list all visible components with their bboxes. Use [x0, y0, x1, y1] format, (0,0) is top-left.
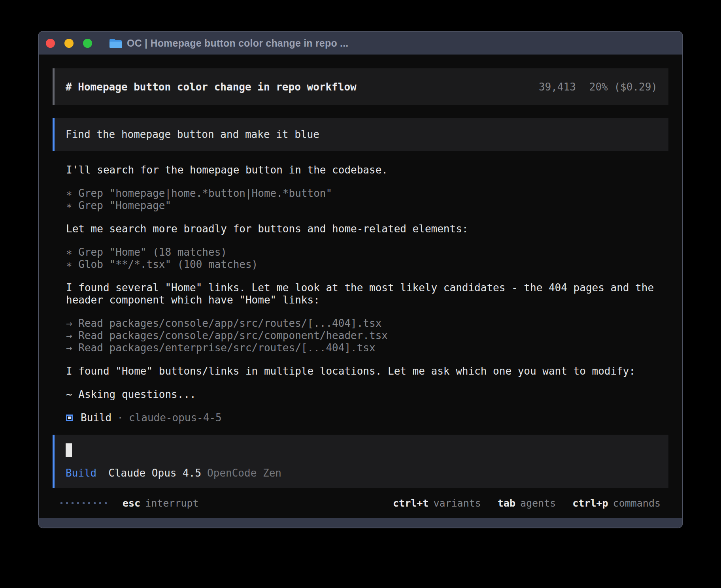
token-count: 39,413 [539, 81, 576, 93]
agent-build-icon [66, 415, 73, 421]
agent-model: claude-opus-4-5 [129, 412, 222, 424]
session-header: # Homepage button color change in repo w… [53, 68, 668, 105]
assistant-text: I found "Home" buttons/links in multiple… [66, 365, 655, 377]
agent-separator: · [117, 412, 123, 424]
window-bottom-strip [39, 518, 682, 528]
working-dot [72, 502, 74, 504]
context-usage: 20% ($0.29) [589, 81, 657, 93]
session-title: # Homepage button color change in repo w… [66, 81, 357, 93]
working-dot [77, 502, 79, 504]
input-meta-row: Build Claude Opus 4.5 OpenCode Zen [66, 467, 657, 479]
working-dot [66, 502, 68, 504]
tool-call-read: → Read packages/console/app/src/routes/[… [66, 317, 655, 330]
session-content: # Homepage button color change in repo w… [39, 55, 682, 518]
terminal-window: OC | Homepage button color change in rep… [38, 31, 683, 528]
tool-call-grep: ∗ Grep "Home" (18 matches) [66, 246, 655, 258]
hint-variants: ctrl+t variants [393, 498, 481, 509]
hint-interrupt: esc interrupt [123, 498, 199, 509]
working-dot [99, 502, 101, 504]
assistant-text: I found several "Home" links. Let me loo… [66, 282, 655, 306]
hint-label-interrupt: interrupt [145, 498, 198, 509]
working-dot [105, 502, 107, 504]
text-cursor [66, 443, 72, 457]
tool-call-grep: ∗ Grep "Homepage" [66, 200, 655, 212]
working-dot [88, 502, 90, 504]
hint-label-commands: commands [613, 498, 661, 509]
prompt-input[interactable]: Build Claude Opus 4.5 OpenCode Zen [53, 435, 668, 488]
user-message-text: Find the homepage button and make it blu… [66, 128, 319, 140]
hint-label-variants: variants [433, 498, 481, 509]
titlebar: OC | Homepage button color change in rep… [39, 32, 682, 55]
hint-key-esc: esc [123, 498, 140, 509]
user-message: Find the homepage button and make it blu… [53, 118, 668, 151]
hint-label-agents: agents [520, 498, 556, 509]
working-dots [60, 502, 107, 504]
close-button[interactable] [46, 39, 55, 48]
traffic-lights [46, 39, 92, 48]
statusbar: esc interrupt ctrl+t variants tab agents… [53, 497, 668, 509]
hint-agents: tab agents [498, 498, 556, 509]
folder-icon [109, 38, 122, 49]
input-provider-label: OpenCode Zen [207, 467, 281, 479]
working-status: ~ Asking questions... [66, 388, 655, 401]
transcript: I'll search for the homepage button in t… [53, 164, 668, 401]
assistant-text: I'll search for the homepage button in t… [66, 164, 655, 176]
input-model-label: Claude Opus 4.5 [108, 467, 201, 479]
tool-call-read: → Read packages/console/app/src/componen… [66, 330, 655, 342]
agent-name: Build [81, 412, 111, 424]
tool-call-glob: ∗ Glob "**/*.tsx" (100 matches) [66, 258, 655, 271]
working-dot [60, 502, 62, 504]
working-dot [94, 502, 96, 504]
tool-call-read: → Read packages/enterprise/src/routes/[.… [66, 342, 655, 354]
hint-commands: ctrl+p commands [572, 498, 661, 509]
statusbar-left: esc interrupt [60, 498, 199, 509]
working-dot [83, 502, 85, 504]
zoom-button[interactable] [83, 39, 92, 48]
hint-key-ctrl-t: ctrl+t [393, 498, 428, 509]
session-stats: 39,413 20% ($0.29) [539, 81, 657, 93]
tool-call-grep: ∗ Grep "homepage|home.*button|Home.*butt… [66, 187, 655, 200]
hint-key-ctrl-p: ctrl+p [572, 498, 608, 509]
minimize-button[interactable] [64, 39, 74, 48]
window-title: OC | Homepage button color change in rep… [127, 38, 348, 49]
hint-key-tab: tab [498, 498, 515, 509]
statusbar-right: ctrl+t variants tab agents ctrl+p comman… [393, 498, 661, 509]
assistant-text: Let me search more broadly for buttons a… [66, 223, 655, 235]
input-mode-label: Build [66, 467, 96, 479]
agent-status-line: Build · claude-opus-4-5 [53, 412, 668, 424]
